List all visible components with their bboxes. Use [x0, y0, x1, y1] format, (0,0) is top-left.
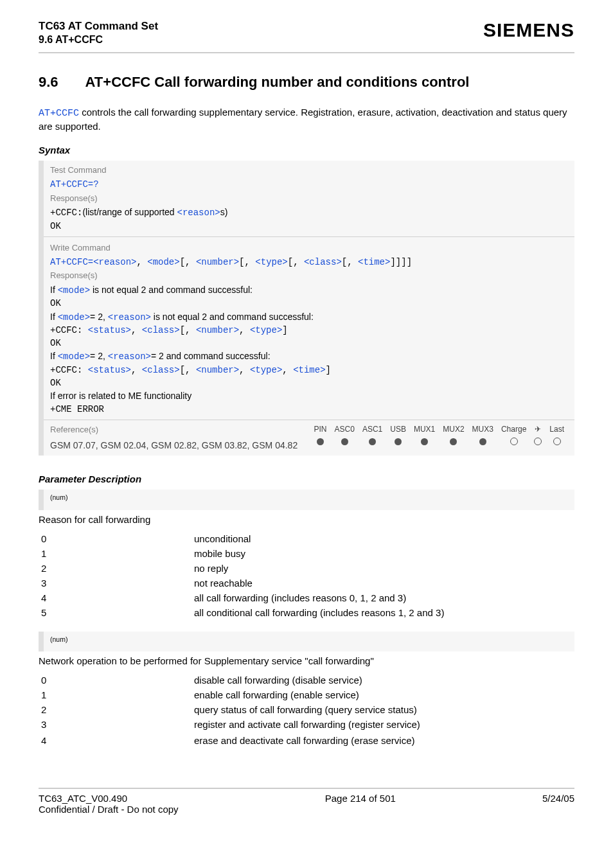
param-value-desc: no reply [191, 561, 574, 576]
write-command: AT+CCFC=<reason>, <mode>[, <number>[, <t… [50, 256, 568, 269]
param-value-key: 0 [39, 673, 191, 687]
reference-text: GSM 07.07, GSM 02.04, GSM 02.82, GSM 03.… [50, 439, 310, 452]
table-row: 3not reachable [39, 576, 574, 590]
param-value-key: 2 [39, 561, 191, 576]
param-value-key: 1 [39, 546, 191, 561]
cme-error: +CME ERROR [50, 403, 568, 416]
param-value-desc: register and activate call forwarding (r… [191, 717, 574, 733]
reference-label: Reference(s) [50, 423, 310, 438]
section-number: 9.6 [39, 74, 58, 91]
param-value-desc: unconditional [191, 531, 574, 546]
flag-value [331, 436, 359, 450]
param-table: 0unconditional1mobile busy2no reply3not … [39, 531, 574, 620]
flag-value [386, 436, 410, 450]
syntax-box: Test Command AT+CCFC=? Response(s) +CCFC… [39, 161, 574, 456]
flag-header: MUX2 [439, 423, 468, 436]
param-value-desc: query status of call forwarding (query s… [191, 702, 574, 717]
flag-header: MUX1 [410, 423, 439, 436]
dot-filled-icon [479, 438, 486, 445]
table-row: 0disable call forwarding (disable servic… [39, 673, 574, 687]
param-value-key: 1 [39, 687, 191, 702]
response-label-2: Response(s) [50, 269, 568, 283]
dot-filled-icon [450, 438, 457, 445]
ok-3: OK [50, 337, 568, 350]
flag-header: Charge [497, 423, 530, 436]
table-row: 1enable call forwarding (enable service) [39, 687, 574, 702]
write-command-label: Write Command [50, 241, 568, 256]
param-value-key: 5 [39, 605, 191, 620]
param-value-key: 4 [39, 733, 191, 749]
section-title: AT+CCFC Call forwarding number and condi… [85, 74, 470, 91]
flag-header: ✈ [530, 423, 546, 436]
flag-value [410, 436, 439, 450]
flag-value [530, 436, 546, 450]
param-value-key: 3 [39, 576, 191, 590]
param-sup: (num) [50, 635, 67, 643]
dot-filled-icon [317, 438, 324, 445]
table-row: 5all conditional call forwarding (includ… [39, 605, 574, 620]
dot-filled-icon [341, 438, 348, 445]
flag-header: MUX3 [468, 423, 497, 436]
doc-title: TC63 AT Command Set [39, 19, 158, 33]
dot-empty-icon [534, 438, 542, 445]
flag-value [439, 436, 468, 450]
footer-docid: TC63_ATC_V00.490 [39, 793, 179, 804]
error-line: If error is related to ME functionality [50, 389, 568, 402]
flag-value [497, 436, 530, 450]
table-row: 3register and activate call forwarding (… [39, 717, 574, 733]
parameter-heading: Parameter Description [39, 474, 574, 484]
dot-filled-icon [395, 438, 402, 445]
dot-empty-icon [553, 438, 561, 445]
footer-page: Page 214 of 501 [325, 793, 396, 815]
write-if-2: If <mode>= 2, <reason> is not equal 2 an… [50, 310, 568, 324]
param-name-block: (num) [39, 632, 574, 652]
footer-confidential: Confidential / Draft - Do not copy [39, 804, 179, 815]
page-header: TC63 AT Command Set 9.6 AT+CCFC SIEMENS [39, 19, 574, 53]
param-value-key: 0 [39, 531, 191, 546]
param-value-desc: erase and deactivate call forwarding (er… [191, 733, 574, 749]
table-row: 2query status of call forwarding (query … [39, 702, 574, 717]
param-value-desc: mobile busy [191, 546, 574, 561]
footer-date: 5/24/05 [542, 793, 574, 815]
table-row: 4all call forwarding (includes reasons 0… [39, 590, 574, 605]
ok-2: OK [50, 297, 568, 310]
section-heading: 9.6 AT+CCFC Call forwarding number and c… [39, 74, 574, 91]
param-value-desc: not reachable [191, 576, 574, 590]
flag-header: ASC1 [359, 423, 386, 436]
page-footer: TC63_ATC_V00.490 Confidential / Draft - … [39, 788, 574, 815]
flag-header: Last [546, 423, 568, 436]
param-value-key: 2 [39, 702, 191, 717]
dot-filled-icon [421, 438, 428, 445]
doc-subtitle: 9.6 AT+CCFC [39, 33, 158, 47]
dot-filled-icon [369, 438, 376, 445]
flags-table: PINASC0ASC1USBMUX1MUX2MUX3Charge✈Last [310, 423, 569, 450]
write-resp-2: +CCFC: <status>, <class>[, <number>, <ty… [50, 324, 568, 337]
test-command-label: Test Command [50, 163, 568, 178]
table-row: 2no reply [39, 561, 574, 576]
response-label: Response(s) [50, 191, 568, 206]
write-if-3: If <mode>= 2, <reason>= 2 and command su… [50, 350, 568, 363]
flag-header: ASC0 [331, 423, 359, 436]
param-sup: (num) [50, 493, 67, 501]
flag-value [546, 436, 568, 450]
table-row: 4erase and deactivate call forwarding (e… [39, 733, 574, 749]
param-value-desc: enable call forwarding (enable service) [191, 687, 574, 702]
cmd-link[interactable]: AT+CCFC [39, 108, 79, 119]
table-row: 0unconditional [39, 531, 574, 546]
param-value-key: 3 [39, 717, 191, 733]
table-row: 1mobile busy [39, 546, 574, 561]
flag-value [359, 436, 386, 450]
param-table: 0disable call forwarding (disable servic… [39, 673, 574, 749]
test-response-line: +CCFC:(list/range of supported <reason>s… [50, 206, 568, 219]
intro-text: controls the call forwarding supplementa… [39, 107, 567, 132]
write-resp-3: +CCFC: <status>, <class>[, <number>, <ty… [50, 364, 568, 376]
flag-header: USB [386, 423, 410, 436]
param-value-desc: disable call forwarding (disable service… [191, 673, 574, 687]
flag-value [468, 436, 497, 450]
flag-value [310, 436, 331, 450]
param-desc: Network operation to be performed for Su… [39, 655, 574, 666]
param-desc: Reason for call forwarding [39, 514, 574, 525]
syntax-heading: Syntax [39, 145, 574, 155]
brand-logo: SIEMENS [483, 19, 574, 41]
ok-4: OK [50, 376, 568, 389]
